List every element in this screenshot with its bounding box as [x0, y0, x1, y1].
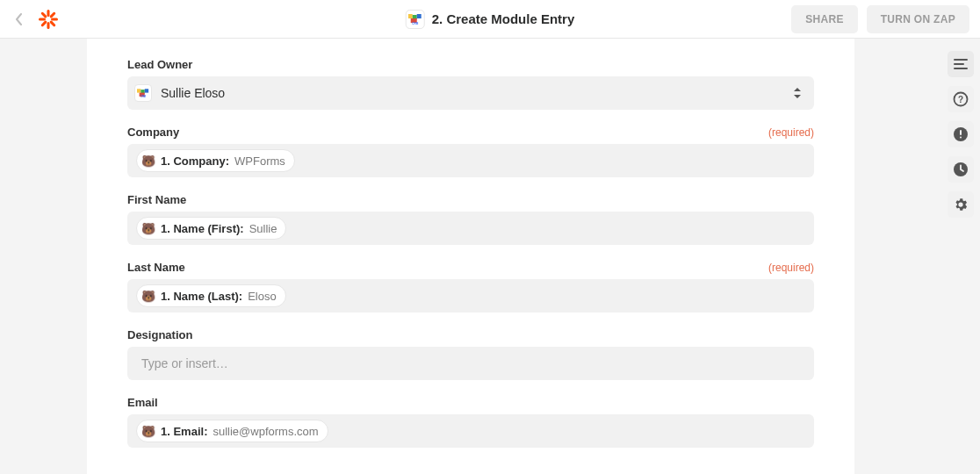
- step-title[interactable]: CRM 2. Create Module Entry: [406, 10, 575, 29]
- rail-settings-button[interactable]: [948, 191, 974, 218]
- svg-text:?: ?: [958, 95, 963, 104]
- svg-rect-0: [47, 10, 50, 17]
- svg-rect-13: [137, 89, 141, 92]
- svg-rect-8: [408, 14, 413, 18]
- svg-text:CRM: CRM: [412, 21, 418, 25]
- svg-rect-7: [49, 20, 56, 27]
- field-label: Designation: [127, 328, 192, 341]
- designation-placeholder: Type or insert…: [136, 356, 228, 370]
- field-first-name: First Name 🐻 1. Name (First): Sullie: [127, 193, 814, 245]
- field-token[interactable]: 🐻 1. Company: WPForms: [136, 149, 295, 172]
- required-badge: (required): [768, 126, 814, 139]
- wpforms-source-icon: 🐻: [141, 154, 155, 168]
- field-label: Email: [127, 396, 158, 409]
- field-email: Email 🐻 1. Email: sullie@wpforms.com: [127, 396, 814, 448]
- help-icon: ?: [953, 91, 969, 107]
- back-button[interactable]: [11, 11, 28, 28]
- wpforms-source-icon: 🐻: [141, 424, 155, 438]
- sort-icon: [793, 87, 802, 99]
- lead-owner-value: Sullie Eloso: [161, 86, 225, 100]
- field-lead-owner: Lead Owner CRM Sullie Eloso: [127, 58, 814, 110]
- token-value: WPForms: [234, 154, 285, 168]
- field-token[interactable]: 🐻 1. Name (Last): Eloso: [136, 284, 286, 307]
- svg-rect-5: [40, 20, 47, 27]
- field-designation: Designation Type or insert…: [127, 328, 814, 380]
- svg-rect-25: [960, 137, 962, 139]
- field-token[interactable]: 🐻 1. Name (First): Sullie: [136, 217, 286, 240]
- rail-outline-button[interactable]: [948, 51, 974, 77]
- svg-rect-6: [40, 11, 47, 18]
- share-button[interactable]: SHARE: [791, 5, 858, 33]
- field-label: Lead Owner: [127, 58, 192, 71]
- clock-icon: [953, 162, 969, 177]
- token-label: 1. Email:: [161, 425, 207, 438]
- rail-history-button[interactable]: [948, 156, 974, 183]
- svg-rect-10: [417, 14, 422, 18]
- step-card: Lead Owner CRM Sullie Eloso: [87, 39, 854, 474]
- zapier-logo-icon: [38, 9, 59, 30]
- list-icon: [954, 58, 968, 70]
- last-name-input[interactable]: 🐻 1. Name (Last): Eloso: [127, 279, 814, 312]
- token-value: Sullie: [249, 222, 277, 235]
- zapier-logo[interactable]: [37, 8, 60, 31]
- token-value: sullie@wpforms.com: [213, 425, 318, 438]
- token-label: 1. Name (Last):: [161, 290, 242, 303]
- rail-help-button[interactable]: ?: [948, 86, 974, 112]
- svg-rect-3: [51, 18, 58, 20]
- field-company: Company (required) 🐻 1. Company: WPForms: [127, 126, 814, 177]
- rail-alerts-button[interactable]: [948, 121, 974, 147]
- turn-on-zap-label: TURN ON ZAP: [881, 13, 955, 25]
- token-label: 1. Name (First):: [161, 222, 244, 235]
- workspace: Lead Owner CRM Sullie Eloso: [0, 39, 980, 474]
- lead-owner-select[interactable]: CRM Sullie Eloso: [127, 76, 814, 110]
- alert-icon: [953, 126, 969, 142]
- field-label: First Name: [127, 193, 186, 206]
- top-bar: CRM 2. Create Module Entry SHARE TURN ON…: [0, 0, 980, 39]
- field-token[interactable]: 🐻 1. Email: sullie@wpforms.com: [136, 420, 328, 442]
- required-badge: (required): [768, 262, 814, 274]
- svg-rect-4: [49, 11, 56, 18]
- chevron-left-icon: [15, 13, 24, 25]
- zoho-app-icon: CRM: [134, 84, 152, 102]
- zoho-app-icon: CRM: [406, 10, 425, 29]
- svg-rect-1: [47, 22, 50, 29]
- svg-text:CRM: CRM: [141, 95, 146, 98]
- token-value: Eloso: [248, 290, 277, 303]
- field-label: Last Name: [127, 261, 185, 274]
- field-last-name: Last Name (required) 🐻 1. Name (Last): E…: [127, 261, 814, 312]
- company-input[interactable]: 🐻 1. Company: WPForms: [127, 144, 814, 177]
- turn-on-zap-button[interactable]: TURN ON ZAP: [867, 5, 969, 33]
- first-name-input[interactable]: 🐻 1. Name (First): Sullie: [127, 212, 814, 245]
- step-title-text: 2. Create Module Entry: [432, 11, 575, 26]
- email-input[interactable]: 🐻 1. Email: sullie@wpforms.com: [127, 414, 814, 448]
- svg-rect-15: [145, 89, 148, 92]
- svg-rect-24: [960, 130, 962, 135]
- wpforms-source-icon: 🐻: [141, 289, 155, 303]
- gear-icon: [953, 197, 969, 212]
- field-label: Company: [127, 126, 179, 139]
- wpforms-source-icon: 🐻: [141, 221, 155, 235]
- right-rail: ?: [941, 39, 980, 474]
- svg-rect-19: [954, 63, 964, 65]
- share-button-label: SHARE: [805, 13, 844, 25]
- svg-rect-18: [954, 59, 968, 61]
- svg-rect-2: [39, 18, 46, 20]
- designation-input[interactable]: Type or insert…: [127, 347, 814, 380]
- token-label: 1. Company:: [161, 154, 229, 168]
- svg-rect-20: [954, 68, 968, 69]
